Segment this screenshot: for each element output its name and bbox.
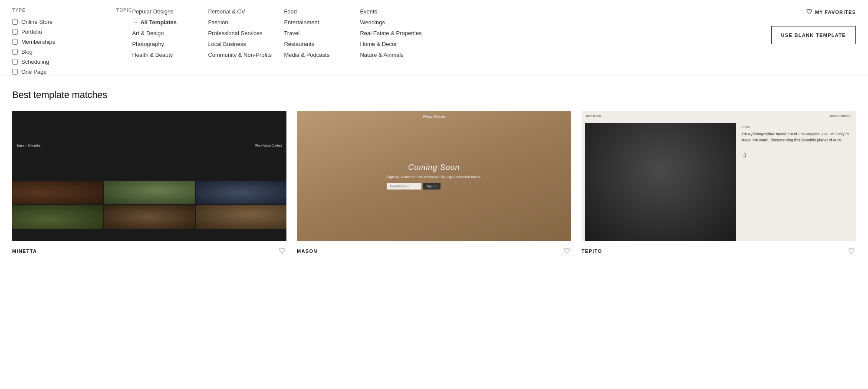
topic-column-4: Events Weddings Real Estate & Properties… (360, 8, 436, 59)
mason-coming-soon: Coming Soon (387, 163, 482, 172)
mason-subtitle: Sign up to be notified when our Spring C… (387, 175, 482, 179)
mason-email-input[interactable] (387, 183, 421, 190)
food-photo-6 (196, 205, 286, 229)
topic-food[interactable]: Food (284, 8, 355, 15)
my-favorites-button[interactable]: ♡ MY FAVORITES (806, 8, 856, 16)
mason-content: Coming Soon Sign up to be notified when … (387, 163, 482, 190)
mason-signup-row: Sign Up (387, 183, 482, 190)
type-section: TYPE Online Store Portfolio Memberships … (12, 8, 99, 75)
mason-preview: Hana Mason Coming Soon Sign up to be not… (297, 111, 571, 241)
topic-weddings[interactable]: Weddings (360, 19, 431, 26)
tepito-preview: Alex Tepito About Contact ○ Hello, I'm a… (582, 111, 856, 241)
topic-label: TOPIC (116, 8, 132, 52)
topic-column-3: Food Entertainment Travel Restaurants Me… (284, 8, 360, 59)
tepito-nav: Alex Tepito About Contact ○ (586, 114, 852, 118)
filter-bar: TYPE Online Store Portfolio Memberships … (0, 0, 868, 75)
tepito-photo (585, 123, 736, 241)
topic-all-templates-label: All Templates (140, 19, 177, 26)
heart-outline-icon-tepito: ♡ (848, 246, 855, 256)
mason-favorite-button[interactable]: ♡ (562, 245, 571, 257)
filter-online-store[interactable]: Online Store (12, 19, 99, 25)
topic-community-nonprofits[interactable]: Community & Non-Profits (208, 51, 279, 59)
topic-travel[interactable]: Travel (284, 29, 355, 37)
type-filter-list: Online Store Portfolio Memberships Blog … (12, 19, 99, 75)
minetta-header: Sarah Minetta Work About Contact (12, 111, 286, 180)
type-label: TYPE (12, 8, 99, 13)
topic-column-1: Popular Designs → All Templates Art & De… (132, 8, 208, 59)
section-title: Best template matches (12, 89, 856, 101)
food-photo-4 (12, 205, 103, 229)
tepito-nav-left: Alex Tepito (586, 114, 601, 118)
topic-events[interactable]: Events (360, 8, 431, 15)
mason-name: MASON (297, 248, 318, 254)
filter-memberships[interactable]: Memberships (12, 39, 99, 45)
tepito-paragraph: I'm a photographer based out of Los Ange… (742, 131, 851, 143)
topic-list-3: Food Entertainment Travel Restaurants Me… (284, 8, 355, 59)
filter-scheduling[interactable]: Scheduling (12, 59, 99, 65)
topic-list-2: Personal & CV Fashion Professional Servi… (208, 8, 279, 59)
food-photo-5 (104, 205, 194, 229)
tepito-nav-right: About Contact ○ (829, 114, 852, 118)
filter-blog[interactable]: Blog (12, 49, 99, 55)
template-card-minetta[interactable]: Sarah Minetta Work About Contact MINETTA (12, 111, 286, 258)
minetta-footer: MINETTA ♡ (12, 241, 286, 258)
use-blank-button[interactable]: USE BLANK TEMPLATE (771, 26, 856, 44)
checkbox-online-store[interactable] (12, 19, 18, 25)
filter-label-one-page: One Page (21, 69, 47, 75)
topic-section: TOPIC Popular Designs → All Templates Ar… (116, 8, 856, 59)
filter-portfolio[interactable]: Portfolio (12, 29, 99, 35)
food-photo-2 (104, 181, 194, 205)
topic-real-estate[interactable]: Real Estate & Properties (360, 29, 431, 37)
checkbox-one-page[interactable] (12, 69, 18, 75)
template-thumb-mason: Hana Mason Coming Soon Sign up to be not… (297, 111, 571, 241)
template-thumb-minetta: Sarah Minetta Work About Contact (12, 111, 286, 241)
topic-health-beauty[interactable]: Health & Beauty (132, 51, 204, 59)
tepito-italic-word: photographer (751, 132, 775, 136)
topic-all-templates[interactable]: → All Templates (132, 19, 204, 26)
topic-local-business[interactable]: Local Business (208, 40, 279, 48)
filter-one-page[interactable]: One Page (12, 69, 99, 75)
template-grid: Sarah Minetta Work About Contact MINETTA (12, 111, 856, 258)
checkbox-memberships[interactable] (12, 39, 18, 45)
topic-entertainment[interactable]: Entertainment (284, 19, 355, 26)
tepito-text-area: Hello, I'm a photographer based out of L… (736, 111, 856, 241)
topic-nature-animals[interactable]: Nature & Animals (360, 51, 431, 59)
topic-personal-cv[interactable]: Personal & CV (208, 8, 279, 15)
heart-icon: ♡ (806, 8, 812, 16)
tepito-name: TEPITO (582, 248, 602, 254)
tepito-footer: TEPITO ♡ (582, 241, 856, 258)
topic-professional-services[interactable]: Professional Services (208, 29, 279, 37)
food-photo-1 (12, 181, 103, 205)
main-content: Best template matches Sarah Minetta Work… (0, 75, 868, 270)
template-thumb-tepito: Alex Tepito About Contact ○ Hello, I'm a… (582, 111, 856, 241)
filter-label-scheduling: Scheduling (21, 59, 49, 65)
topic-restaurants[interactable]: Restaurants (284, 40, 355, 48)
heart-outline-icon-mason: ♡ (563, 246, 570, 256)
template-card-tepito[interactable]: Alex Tepito About Contact ○ Hello, I'm a… (582, 111, 856, 258)
tepito-favorite-button[interactable]: ♡ (847, 245, 856, 257)
template-card-mason[interactable]: Hana Mason Coming Soon Sign up to be not… (297, 111, 571, 258)
checkbox-portfolio[interactable] (12, 29, 18, 35)
mason-signup-button[interactable]: Sign Up (423, 183, 441, 190)
topic-media-podcasts[interactable]: Media & Podcasts (284, 51, 355, 59)
topic-popular-designs[interactable]: Popular Designs (132, 8, 204, 15)
arrow-icon: → (132, 19, 138, 26)
topic-list-4: Events Weddings Real Estate & Properties… (360, 8, 431, 59)
topic-photography[interactable]: Photography (132, 40, 204, 48)
checkbox-scheduling[interactable] (12, 59, 18, 65)
topic-fashion[interactable]: Fashion (208, 19, 279, 26)
checkbox-blog[interactable] (12, 49, 18, 55)
topic-column-2: Personal & CV Fashion Professional Servi… (208, 8, 284, 59)
heart-outline-icon: ♡ (279, 246, 286, 256)
filter-label-portfolio: Portfolio (21, 29, 42, 35)
minetta-photos (12, 181, 286, 229)
minetta-name: MINETTA (12, 248, 37, 254)
minetta-favorite-button[interactable]: ♡ (278, 245, 286, 257)
filter-label-blog: Blog (21, 49, 33, 55)
topic-art-design[interactable]: Art & Design (132, 29, 204, 37)
minetta-preview: Sarah Minetta Work About Contact (12, 111, 286, 241)
filter-label-online-store: Online Store (21, 19, 53, 25)
mason-footer: MASON ♡ (297, 241, 571, 258)
topic-home-decor[interactable]: Home & Decor (360, 40, 431, 48)
tepito-italic-word-2: beautiful (801, 138, 816, 142)
